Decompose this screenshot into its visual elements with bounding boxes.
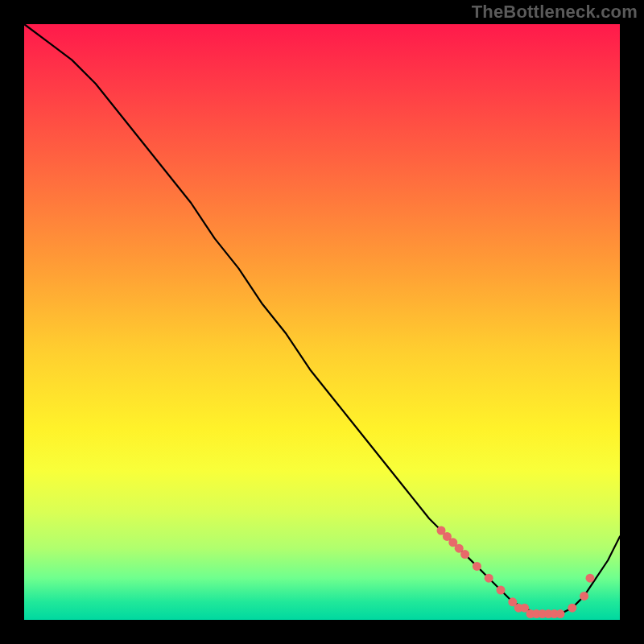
curve-marker <box>568 604 576 613</box>
curve-marker <box>580 592 588 601</box>
curve-marker <box>586 574 595 583</box>
curve-markers <box>437 526 595 619</box>
curve-marker <box>473 562 481 571</box>
bottleneck-curve <box>24 24 620 614</box>
watermark-text: TheBottleneck.com <box>472 2 638 23</box>
curve-marker <box>556 609 565 618</box>
curve-svg <box>24 24 620 620</box>
plot-area <box>24 24 620 620</box>
curve-marker <box>460 550 469 559</box>
curve-marker <box>485 574 493 583</box>
curve-marker <box>497 586 506 595</box>
chart-frame: TheBottleneck.com <box>0 0 644 644</box>
